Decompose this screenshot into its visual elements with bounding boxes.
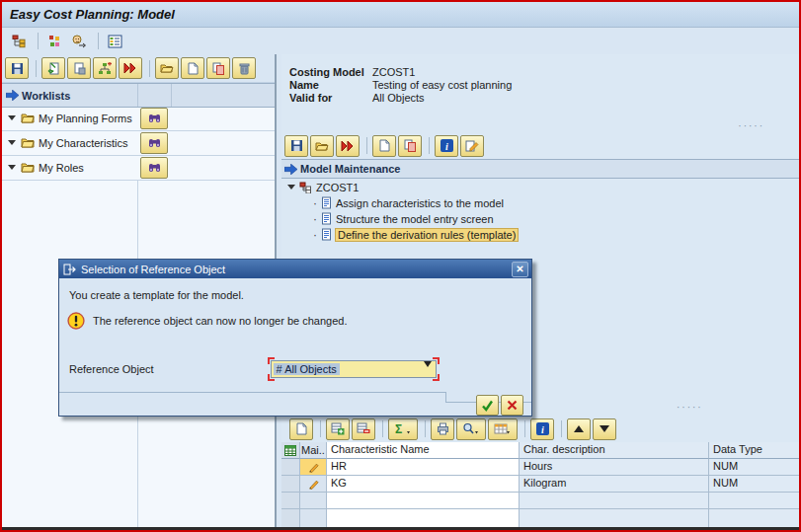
characteristic-name-cell[interactable]: [327, 493, 520, 509]
tree-item-label[interactable]: Structure the model entry screen: [336, 213, 494, 225]
row-selector[interactable]: [281, 459, 300, 476]
dialog-title-bar[interactable]: Selection of Reference Object ✕: [59, 260, 531, 278]
column-header-maintain[interactable]: Mai..: [300, 442, 327, 459]
collapse-caret-icon[interactable]: [8, 165, 16, 170]
toolbar-separator: [382, 420, 383, 437]
open-button[interactable]: [310, 135, 334, 157]
hierarchy-tree-icon[interactable]: [8, 32, 30, 51]
table-row[interactable]: KG Kilogram NUM: [281, 476, 799, 493]
data-type-cell[interactable]: NUM: [709, 459, 799, 476]
warning-icon: [67, 312, 85, 330]
collapse-caret-icon[interactable]: [8, 115, 16, 120]
fast-forward-button[interactable]: [119, 57, 142, 79]
char-description-cell[interactable]: Hours: [520, 459, 709, 476]
reference-object-row: Reference Object # All Objects: [69, 360, 437, 378]
display-entry-button[interactable]: [67, 57, 91, 79]
splitter-handle[interactable]: ·····: [738, 123, 764, 129]
document-icon: [321, 196, 332, 209]
copy-button[interactable]: [206, 57, 230, 79]
tree-item-label[interactable]: Assign characteristics to the model: [336, 197, 504, 209]
blue-arrow-icon: [284, 164, 297, 175]
column-header-data-type[interactable]: Data Type: [709, 442, 799, 459]
find-button[interactable]: [140, 157, 168, 179]
worklist-item-roles[interactable]: My Roles: [2, 155, 275, 181]
data-type-cell[interactable]: [709, 493, 799, 509]
new-document-button[interactable]: [372, 135, 396, 157]
edit-button[interactable]: [460, 135, 484, 157]
tree-item-structure-entry-screen[interactable]: · Structure the model entry screen: [313, 211, 494, 226]
maintain-cell[interactable]: [300, 476, 327, 493]
splitter-handle[interactable]: ·····: [677, 405, 703, 411]
tree-item-assign-characteristics[interactable]: · Assign characteristics to the model: [313, 195, 504, 210]
collapse-caret-icon[interactable]: [287, 185, 295, 190]
info-button[interactable]: i: [530, 418, 554, 440]
reference-object-value[interactable]: # All Objects: [274, 363, 340, 375]
bullet: ·: [313, 212, 317, 226]
char-description-cell[interactable]: [520, 493, 709, 509]
worklist-item-label[interactable]: My Characteristics: [39, 137, 127, 149]
create-entry-button[interactable]: [41, 57, 65, 79]
folder-icon: [21, 162, 35, 173]
move-down-button[interactable]: [593, 418, 616, 440]
grid-settings-button[interactable]: [488, 418, 518, 440]
cancel-button[interactable]: [501, 395, 523, 416]
column-header-char-description[interactable]: Char. description: [520, 442, 709, 459]
blocks-icon[interactable]: [43, 32, 65, 51]
worklist-item-planning-forms[interactable]: My Planning Forms: [2, 106, 275, 131]
row-selector[interactable]: [281, 476, 300, 493]
worklist-item-label[interactable]: My Roles: [39, 162, 84, 174]
char-description-cell[interactable]: Kilogram: [520, 476, 709, 493]
open-button[interactable]: [155, 57, 179, 79]
svg-text:Σ: Σ: [395, 422, 402, 435]
characteristic-name-cell[interactable]: KG: [327, 476, 520, 493]
print-button[interactable]: [431, 418, 454, 440]
find-button[interactable]: [140, 132, 168, 154]
pencil-icon: [308, 462, 319, 473]
delete-button[interactable]: [232, 57, 256, 79]
worklist-item-label[interactable]: My Planning Forms: [39, 113, 132, 124]
collapse-caret-icon[interactable]: [8, 140, 16, 145]
tree-root-label[interactable]: ZCOST1: [316, 182, 359, 193]
info-button[interactable]: i: [435, 135, 458, 157]
insert-row-button[interactable]: [326, 418, 350, 440]
chevron-down-icon[interactable]: [424, 367, 432, 379]
main-toolbar: [2, 28, 799, 55]
tree-item-define-derivation-rules[interactable]: · Define the derivation rules (template): [313, 227, 518, 242]
maintain-cell[interactable]: [300, 459, 327, 476]
close-icon[interactable]: ✕: [512, 262, 528, 277]
find-view-button[interactable]: [456, 418, 486, 440]
toolbar-separator: [36, 60, 37, 77]
reference-object-dropdown[interactable]: # All Objects: [271, 360, 437, 378]
new-document-button[interactable]: [181, 57, 204, 79]
tree-root-zcost1[interactable]: ZCOST1: [287, 180, 359, 194]
move-up-button[interactable]: [567, 418, 591, 440]
copy-button[interactable]: [398, 135, 422, 157]
worklist-item-characteristics[interactable]: My Characteristics: [2, 130, 275, 156]
name-label: Name: [289, 79, 372, 91]
folder-icon: [21, 137, 35, 148]
sum-button[interactable]: Σ: [388, 418, 418, 440]
table-row[interactable]: [281, 493, 799, 509]
characteristics-table: Mai.. Characteristic Name Char. descript…: [281, 442, 799, 527]
maintain-cell[interactable]: [300, 493, 327, 509]
toolbar-separator: [320, 420, 321, 437]
table-corner-icon[interactable]: [281, 442, 300, 459]
row-selector[interactable]: [281, 493, 300, 509]
dialog-exit-icon: [63, 264, 77, 275]
new-document-button[interactable]: [289, 418, 313, 440]
delete-row-button[interactable]: [352, 418, 375, 440]
save-button[interactable]: [5, 57, 29, 79]
table-view-icon[interactable]: [104, 32, 125, 51]
assign-user-icon[interactable]: [68, 32, 90, 51]
table-row[interactable]: HR Hours NUM: [281, 459, 799, 476]
hierarchy-insert-button[interactable]: [93, 57, 117, 79]
data-type-cell[interactable]: NUM: [709, 476, 799, 493]
confirm-button[interactable]: [476, 395, 499, 416]
fast-forward-button[interactable]: [336, 135, 360, 157]
tree-item-label-highlighted[interactable]: Define the derivation rules (template): [336, 229, 518, 241]
characteristic-name-cell[interactable]: HR: [327, 459, 520, 476]
column-header-characteristic-name[interactable]: Characteristic Name: [327, 442, 520, 459]
sap-window: Easy Cost Planning: Model: [0, 0, 801, 532]
save-button[interactable]: [284, 135, 308, 157]
find-button[interactable]: [140, 108, 168, 129]
